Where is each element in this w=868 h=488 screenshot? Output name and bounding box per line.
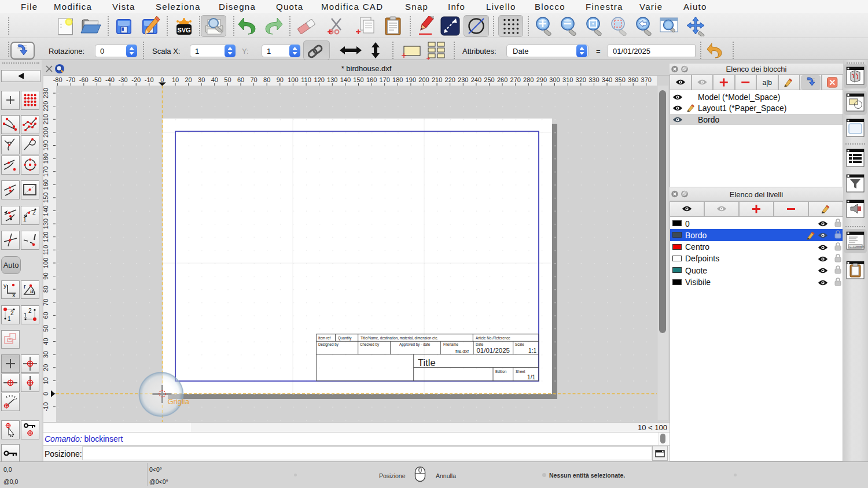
svg-text:190: 190 xyxy=(406,76,416,83)
svg-text:300: 300 xyxy=(549,76,560,83)
svg-text:10: 10 xyxy=(172,76,179,83)
svg-text:file.dxf: file.dxf xyxy=(455,349,469,354)
svg-text:340: 340 xyxy=(602,76,612,83)
svg-text:-10: -10 xyxy=(43,402,49,412)
svg-text:1:1: 1:1 xyxy=(528,347,536,354)
svg-text:100: 100 xyxy=(43,258,49,268)
svg-text:c_command: c_command xyxy=(849,245,865,249)
svg-text:2: 2 xyxy=(28,308,32,314)
svg-text:-20: -20 xyxy=(131,76,141,83)
svg-text:0: 0 xyxy=(43,392,49,395)
svg-text:50: 50 xyxy=(224,76,231,83)
svg-text:x: x xyxy=(12,291,16,297)
svg-text:180: 180 xyxy=(392,76,403,83)
svg-text:-40: -40 xyxy=(105,76,115,83)
svg-text:270: 270 xyxy=(510,76,521,83)
svg-text:190: 190 xyxy=(43,140,49,150)
svg-text:220: 220 xyxy=(445,76,455,83)
svg-text:-80: -80 xyxy=(53,76,62,83)
svg-text:230: 230 xyxy=(458,76,468,83)
svg-text:1: 1 xyxy=(8,316,11,322)
svg-text:160: 160 xyxy=(366,76,377,83)
svg-text:1: 1 xyxy=(23,216,27,223)
svg-text:130: 130 xyxy=(327,76,337,83)
svg-text:100: 100 xyxy=(288,76,298,83)
svg-text:Griglia: Griglia xyxy=(167,397,189,406)
svg-text:60: 60 xyxy=(237,76,244,83)
svg-text:150: 150 xyxy=(43,193,49,203)
svg-text:310: 310 xyxy=(562,76,573,83)
svg-text:10: 10 xyxy=(43,377,49,384)
svg-text:60: 60 xyxy=(43,312,49,319)
svg-text:01/01/2025: 01/01/2025 xyxy=(476,347,510,354)
svg-text:290: 290 xyxy=(536,76,547,83)
svg-text:210: 210 xyxy=(43,114,49,124)
svg-text:-30: -30 xyxy=(119,76,128,83)
svg-text:-50: -50 xyxy=(92,76,101,83)
svg-text:110: 110 xyxy=(301,76,311,83)
svg-text:2: 2 xyxy=(32,209,36,216)
svg-text:-10: -10 xyxy=(145,76,154,83)
svg-text:230: 230 xyxy=(43,88,49,98)
svg-text:240: 240 xyxy=(471,76,481,83)
svg-text:50: 50 xyxy=(43,325,49,332)
svg-text:2: 2 xyxy=(10,310,14,316)
svg-text:40: 40 xyxy=(43,338,49,345)
svg-text:Item ref: Item ref xyxy=(318,336,331,340)
svg-text:Article No./Reference: Article No./Reference xyxy=(476,336,510,340)
svg-text:SVG: SVG xyxy=(177,27,190,34)
svg-text:140: 140 xyxy=(43,205,49,216)
svg-text:y: y xyxy=(3,282,7,289)
svg-text:90: 90 xyxy=(277,76,284,83)
svg-text:120: 120 xyxy=(43,232,49,242)
svg-text:120: 120 xyxy=(314,76,325,83)
svg-text:-60: -60 xyxy=(79,76,89,83)
svg-text:Checked by: Checked by xyxy=(360,342,380,347)
svg-text:90: 90 xyxy=(43,272,49,279)
svg-text:30: 30 xyxy=(43,351,49,358)
svg-text:1/1: 1/1 xyxy=(527,374,535,380)
svg-text:0: 0 xyxy=(160,76,164,83)
svg-text:220: 220 xyxy=(43,101,49,112)
svg-text:1: 1 xyxy=(24,312,27,319)
svg-text:370: 370 xyxy=(641,76,652,83)
svg-text:280: 280 xyxy=(523,76,534,83)
svg-text:350: 350 xyxy=(615,76,625,83)
svg-text:210: 210 xyxy=(432,76,442,83)
svg-text:80: 80 xyxy=(43,286,49,293)
svg-text:70: 70 xyxy=(250,76,257,83)
svg-text:Approved by - date: Approved by - date xyxy=(399,342,431,347)
svg-text:80: 80 xyxy=(263,76,270,83)
svg-text:Date: Date xyxy=(476,342,484,346)
svg-text:330: 330 xyxy=(589,76,599,83)
svg-text:Edition: Edition xyxy=(495,369,507,374)
svg-text:Title/Name, destination, mater: Title/Name, destination, material, dimen… xyxy=(361,336,438,340)
svg-text:170: 170 xyxy=(380,76,390,83)
svg-text:200: 200 xyxy=(418,76,429,83)
svg-text:Sheet: Sheet xyxy=(516,369,525,374)
svg-text:a: a xyxy=(30,288,34,294)
svg-text:110: 110 xyxy=(43,245,49,256)
svg-text:130: 130 xyxy=(43,219,49,229)
svg-text:a|b: a|b xyxy=(763,79,773,87)
svg-text:360: 360 xyxy=(628,76,638,83)
svg-text:150: 150 xyxy=(353,76,363,83)
svg-text:170: 170 xyxy=(43,167,49,177)
svg-text:250: 250 xyxy=(484,76,494,83)
svg-text:20: 20 xyxy=(185,76,192,83)
svg-text:320: 320 xyxy=(576,76,586,83)
svg-text:Scale: Scale xyxy=(515,342,524,346)
svg-text:-70: -70 xyxy=(66,76,75,83)
svg-text:30: 30 xyxy=(198,76,205,83)
svg-text:40: 40 xyxy=(211,76,218,83)
svg-text:Designed by: Designed by xyxy=(318,342,339,347)
svg-text:Quantity: Quantity xyxy=(338,336,352,341)
svg-text:200: 200 xyxy=(43,127,49,138)
svg-text:180: 180 xyxy=(43,153,49,164)
svg-text:160: 160 xyxy=(43,179,49,190)
svg-text:140: 140 xyxy=(340,76,351,83)
svg-text:20: 20 xyxy=(43,364,49,371)
svg-text:r: r xyxy=(24,283,26,290)
svg-text:Title: Title xyxy=(418,357,436,368)
svg-text:Filename: Filename xyxy=(443,342,458,346)
